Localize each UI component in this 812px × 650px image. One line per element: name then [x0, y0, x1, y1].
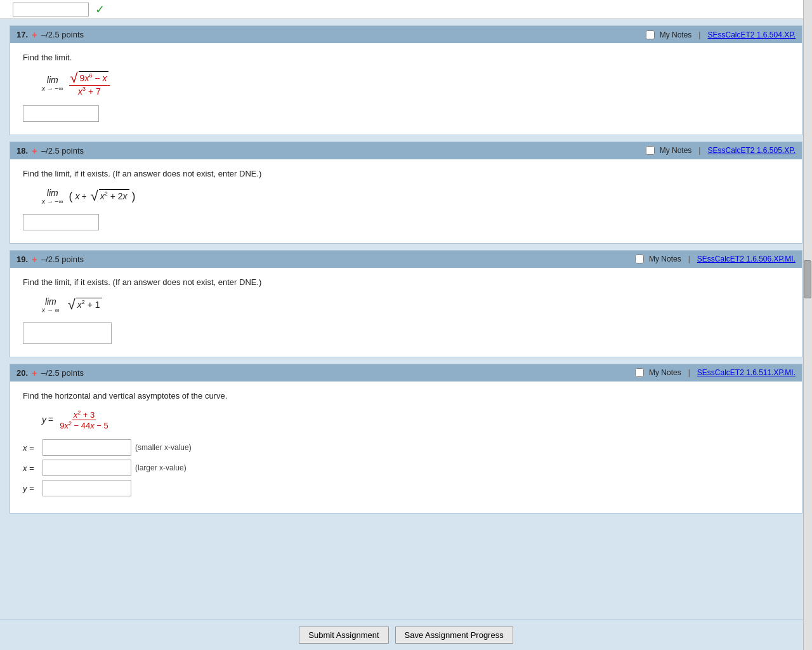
- lim-symbol-17: lim x → −∞: [42, 75, 63, 92]
- question-17-notes-checkbox[interactable]: [646, 30, 655, 39]
- lim-symbol-19: lim x → ∞: [42, 296, 60, 314]
- question-20-my-notes-label: My Notes: [649, 368, 681, 377]
- question-17-instruction: Find the limit.: [23, 53, 789, 62]
- question-18-notes-checkbox[interactable]: [646, 146, 655, 155]
- question-18-header-right: My Notes | SEssCalcET2 1.6.505.XP.: [646, 146, 796, 155]
- question-20-block: 20. + –/2.5 points My Notes | SEssCalcET…: [10, 364, 802, 514]
- question-18-body: Find the limit, if it exists. (If an ans…: [10, 159, 802, 243]
- q20-x-smaller-note: (smaller x-value): [135, 443, 192, 452]
- question-20-points: –/2.5 points: [41, 368, 84, 378]
- question-17-answer-input[interactable]: [23, 105, 99, 122]
- question-19-separator: |: [688, 255, 690, 263]
- question-18-separator: |: [698, 146, 700, 155]
- bottom-bar: Submit Assignment Save Assignment Progre…: [0, 620, 812, 650]
- question-17-body: Find the limit. lim x → −∞ √ 9x6 − x: [10, 43, 802, 135]
- q20-x-larger-row: x = (larger x-value): [23, 460, 789, 476]
- question-19-header: 19. + –/2.5 points My Notes | SEssCalcET…: [10, 251, 802, 268]
- question-19-block: 19. + –/2.5 points My Notes | SEssCalcET…: [10, 250, 802, 357]
- question-20-header-right: My Notes | SEssCalcET2 1.6.511.XP.MI.: [635, 368, 796, 377]
- q20-x-smaller-input[interactable]: [43, 439, 131, 456]
- question-20-ref-link[interactable]: SEssCalcET2 1.6.511.XP.MI.: [697, 368, 796, 377]
- question-17-my-notes-label: My Notes: [660, 30, 692, 39]
- question-18-math: lim x → −∞ ( x + √ x2 + 2x ): [42, 187, 789, 205]
- question-20-plus-icon[interactable]: +: [32, 368, 37, 378]
- question-19-notes-checkbox[interactable]: [635, 255, 644, 263]
- question-19-answer-input[interactable]: [23, 322, 112, 344]
- q20-x-smaller-label: x =: [23, 443, 39, 453]
- question-19-number: 19.: [16, 255, 28, 264]
- question-18-number: 18.: [16, 146, 28, 156]
- question-19-my-notes-label: My Notes: [649, 255, 681, 263]
- q20-x-larger-label: x =: [23, 463, 39, 473]
- question-20-instruction: Find the horizontal and vertical asympto…: [23, 391, 789, 401]
- question-18-header-left: 18. + –/2.5 points: [16, 145, 84, 156]
- question-17-number: 17.: [16, 30, 28, 39]
- question-20-notes-checkbox[interactable]: [635, 368, 644, 377]
- question-20-separator: |: [688, 368, 690, 377]
- question-19-ref-link[interactable]: SEssCalcET2 1.6.506.XP.MI.: [697, 255, 796, 263]
- submit-assignment-button[interactable]: Submit Assignment: [299, 627, 388, 644]
- q20-y-input[interactable]: [43, 480, 131, 496]
- question-20-body: Find the horizontal and vertical asympto…: [10, 381, 802, 514]
- question-18-points: –/2.5 points: [41, 146, 84, 156]
- q20-y-row: y =: [23, 480, 789, 496]
- question-17-math: lim x → −∞ √ 9x6 − x x3 + 7: [42, 71, 789, 96]
- question-17-separator: |: [698, 30, 700, 39]
- q20-x-smaller-row: x = (smaller x-value): [23, 439, 789, 456]
- question-19-instruction: Find the limit, if it exists. (If an ans…: [23, 277, 789, 287]
- question-17-ref-link[interactable]: SEssCalcET2 1.6.504.XP.: [707, 30, 796, 39]
- question-20-math: y = x2 + 3 9x2 − 44x − 5: [42, 409, 789, 431]
- question-19-math: lim x → ∞ √ x2 + 1: [42, 296, 789, 314]
- question-19-plus-icon[interactable]: +: [32, 254, 37, 265]
- scrollbar-thumb[interactable]: [804, 260, 811, 298]
- question-18-ref-link[interactable]: SEssCalcET2 1.6.505.XP.: [707, 146, 796, 155]
- save-assignment-button[interactable]: Save Assignment Progress: [395, 627, 513, 644]
- question-18-instruction: Find the limit, if it exists. (If an ans…: [23, 169, 789, 178]
- question-19-header-left: 19. + –/2.5 points: [16, 254, 84, 265]
- question-17-plus-icon[interactable]: +: [32, 29, 37, 40]
- question-17-header-left: 17. + –/2.5 points: [16, 29, 84, 40]
- q20-y-label: y =: [23, 484, 39, 493]
- q20-x-larger-note: (larger x-value): [135, 463, 187, 472]
- question-18-block: 18. + –/2.5 points My Notes | SEssCalcET…: [10, 142, 802, 244]
- checkmark-icon: ✓: [95, 3, 105, 17]
- question-20-header-left: 20. + –/2.5 points: [16, 368, 84, 378]
- question-18-plus-icon[interactable]: +: [32, 145, 37, 156]
- lim-symbol-18: lim x → −∞: [42, 188, 63, 205]
- question-18-answer-input[interactable]: [23, 214, 99, 230]
- q20-x-larger-input[interactable]: [43, 460, 131, 476]
- question-17-header-right: My Notes | SEssCalcET2 1.6.504.XP.: [646, 30, 796, 39]
- page-wrapper: ✓ 17. + –/2.5 points My Notes | SEssCalc…: [0, 0, 812, 650]
- question-20-answers: x = (smaller x-value) x = (larger x-valu…: [23, 439, 789, 496]
- question-20-number: 20.: [16, 368, 28, 378]
- question-17-header: 17. + –/2.5 points My Notes | SEssCalcET…: [10, 26, 802, 43]
- fraction-17: √ 9x6 − x x3 + 7: [69, 71, 110, 96]
- question-19-body: Find the limit, if it exists. (If an ans…: [10, 268, 802, 357]
- question-20-header: 20. + –/2.5 points My Notes | SEssCalcET…: [10, 364, 802, 381]
- question-19-header-right: My Notes | SEssCalcET2 1.6.506.XP.MI.: [635, 255, 796, 263]
- top-strip: ✓: [0, 0, 812, 19]
- question-19-points: –/2.5 points: [41, 255, 84, 264]
- question-18-my-notes-label: My Notes: [660, 146, 692, 155]
- scrollbar-track[interactable]: [803, 0, 812, 650]
- question-17-block: 17. + –/2.5 points My Notes | SEssCalcET…: [10, 25, 802, 135]
- question-17-points: –/2.5 points: [41, 30, 84, 39]
- question-18-header: 18. + –/2.5 points My Notes | SEssCalcET…: [10, 142, 802, 159]
